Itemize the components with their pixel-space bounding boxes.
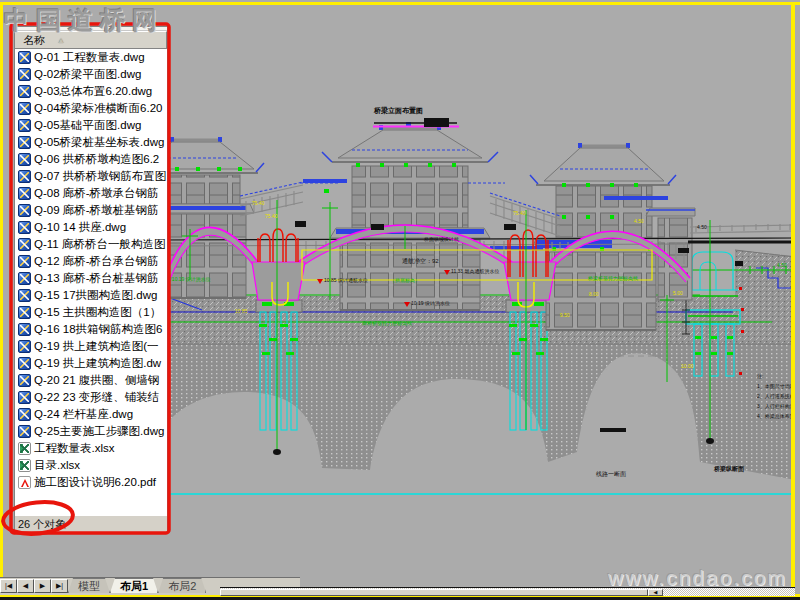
file-name: Q-05桥梁桩基坐标表.dwg: [34, 135, 164, 150]
file-list-item[interactable]: Q-03总体布置6.20.dwg: [15, 83, 167, 100]
file-list: Q-01 工程数量表.dwg Q-02桥梁平面图.dwg Q-03总体布置6.2…: [15, 49, 167, 492]
file-name: Q-04桥梁标准横断面6.20: [34, 101, 162, 116]
file-list-item[interactable]: Q-01 工程数量表.dwg: [15, 49, 167, 66]
file-name: 工程数量表.xlsx: [34, 441, 115, 456]
scrollbar-thumb[interactable]: [220, 589, 648, 596]
file-name: 施工图设计说明6.20.pdf: [34, 475, 156, 490]
file-name: Q-19 拱上建筑构造图.dw: [34, 356, 161, 371]
file-list-item[interactable]: Q-10 14 拱座.dwg: [15, 219, 167, 236]
file-type-icon: [18, 136, 31, 149]
file-name: Q-09 廊桥-桥墩桩基钢筋: [34, 203, 159, 218]
tab-layout2[interactable]: 布局2: [158, 578, 206, 593]
file-name: Q-03总体布置6.20.dwg: [34, 84, 152, 99]
file-list-item[interactable]: Q-12 廊桥-桥台承台钢筋: [15, 253, 167, 270]
panel-filler: [15, 492, 167, 515]
file-list-item[interactable]: Q-22 23 变形缝、铺装结: [15, 389, 167, 406]
file-list-item[interactable]: Q-02桥梁平面图.dwg: [15, 66, 167, 83]
file-type-icon: [18, 442, 31, 455]
highlight-border-right: [791, 2, 795, 595]
cad-application-window: { "watermarks": { "top_left": "中国道桥网", "…: [0, 0, 800, 600]
pavilion-center: [300, 122, 505, 310]
file-type-icon: [18, 85, 31, 98]
file-list-item[interactable]: Q-05桥梁桩基坐标表.dwg: [15, 134, 167, 151]
file-list-item[interactable]: 工程数量表.xlsx: [15, 440, 167, 457]
file-list-item[interactable]: Q-16 18拱箱钢筋构造图6: [15, 321, 167, 338]
file-type-icon: [18, 238, 31, 251]
file-list-item[interactable]: Q-19 拱上建筑构造图(一: [15, 338, 167, 355]
file-type-icon: [18, 357, 31, 370]
tab-nav-prev-button[interactable]: ◀: [17, 579, 34, 593]
file-list-item[interactable]: 目录.xlsx: [15, 457, 167, 474]
object-count-status: 26 个对象: [15, 515, 167, 533]
file-list-item[interactable]: Q-04桥梁标准横断面6.20: [15, 100, 167, 117]
highlight-border-top: [0, 2, 800, 5]
file-list-item[interactable]: Q-19 拱上建筑构造图.dw: [15, 355, 167, 372]
sort-asc-icon: ▲: [57, 36, 65, 45]
file-name: Q-06 拱桥桥墩构造图6.2: [34, 152, 159, 167]
file-list-item[interactable]: Q-13 廊桥-桥台桩基钢筋: [15, 270, 167, 287]
tab-nav-last-button[interactable]: ▶|: [51, 579, 68, 593]
file-name: Q-01 工程数量表.dwg: [34, 50, 145, 65]
file-name: Q-22 23 变形缝、铺装结: [34, 390, 159, 405]
file-explorer-panel: 名称 ▲ Q-01 工程数量表.dwg Q-02桥梁平面图.dwg Q-03总体…: [14, 26, 168, 534]
file-type-icon: [18, 255, 31, 268]
file-type-icon: [18, 323, 31, 336]
file-list-item[interactable]: 施工图设计说明6.20.pdf: [15, 474, 167, 491]
file-list-item[interactable]: Q-25主要施工步骤图.dwg: [15, 423, 167, 440]
file-type-icon: [18, 170, 31, 183]
file-type-icon: [18, 391, 31, 404]
file-name: Q-12 廊桥-桥台承台钢筋: [34, 254, 159, 269]
file-type-icon: [18, 204, 31, 217]
file-type-icon: [18, 289, 31, 302]
file-list-item[interactable]: Q-20 21 腹拱圈、侧墙钢: [15, 372, 167, 389]
file-type-icon: [18, 272, 31, 285]
file-name: Q-25主要施工步骤图.dwg: [34, 424, 164, 439]
scrollbar-splitter[interactable]: ◀: [648, 589, 663, 596]
file-type-icon: [18, 119, 31, 132]
file-list-item[interactable]: Q-07 拱桥桥墩钢筋布置图: [15, 168, 167, 185]
file-name: Q-11 廊桥桥台一般构造图: [34, 237, 165, 252]
file-list-item[interactable]: Q-15 17拱圈构造图.dwg: [15, 287, 167, 304]
file-list-item[interactable]: Q-05基础平面图.dwg: [15, 117, 167, 134]
file-type-icon: [18, 374, 31, 387]
highlight-border-left: [0, 2, 3, 595]
tab-nav-next-button[interactable]: ▶: [34, 579, 51, 593]
horizontal-scrollbar[interactable]: ◀: [220, 587, 795, 596]
file-list-item[interactable]: Q-11 廊桥桥台一般构造图: [15, 236, 167, 253]
ground-anchor-dot: [273, 449, 281, 455]
file-type-icon: [18, 340, 31, 353]
file-name: Q-15 主拱圈构造图（1）: [34, 305, 161, 320]
file-list-item[interactable]: Q-08 廊桥-桥墩承台钢筋: [15, 185, 167, 202]
column-header-name[interactable]: 名称 ▲: [15, 31, 167, 49]
file-list-item[interactable]: Q-15 主拱圈构造图（1）: [15, 304, 167, 321]
file-list-item[interactable]: Q-09 廊桥-桥墩桩基钢筋: [15, 202, 167, 219]
file-name: Q-15 17拱圈构造图.dwg: [34, 288, 157, 303]
tab-model[interactable]: 模型: [68, 578, 110, 593]
file-name: Q-20 21 腹拱圈、侧墙钢: [34, 373, 159, 388]
file-name: Q-05基础平面图.dwg: [34, 118, 141, 133]
file-type-icon: [18, 187, 31, 200]
ground-anchor-dot: [706, 438, 714, 444]
file-type-icon: [18, 306, 31, 319]
file-name: Q-07 拱桥桥墩钢筋布置图: [34, 169, 166, 184]
file-name: Q-08 廊桥-桥墩承台钢筋: [34, 186, 159, 201]
file-type-icon: [18, 68, 31, 81]
file-type-icon: [18, 408, 31, 421]
file-list-item[interactable]: Q-06 拱桥桥墩构造图6.2: [15, 151, 167, 168]
file-name: Q-16 18拱箱钢筋构造图6: [34, 322, 162, 337]
file-list-item[interactable]: Q-24 栏杆基座.dwg: [15, 406, 167, 423]
file-type-icon: [18, 425, 31, 438]
file-name: 目录.xlsx: [34, 458, 80, 473]
file-type-icon: [18, 153, 31, 166]
file-type-icon: [18, 221, 31, 234]
file-name: Q-24 栏杆基座.dwg: [34, 407, 133, 422]
file-name: Q-10 14 拱座.dwg: [34, 220, 126, 235]
tab-nav-first-button[interactable]: |◀: [0, 579, 17, 593]
file-type-icon: [18, 476, 31, 489]
file-name: Q-13 廊桥-桥台桩基钢筋: [34, 271, 159, 286]
column-header-label: 名称: [23, 33, 45, 48]
tab-layout1[interactable]: 布局1: [110, 578, 158, 593]
file-type-icon: [18, 102, 31, 115]
file-name: Q-19 拱上建筑构造图(一: [34, 339, 159, 354]
file-type-icon: [18, 51, 31, 64]
